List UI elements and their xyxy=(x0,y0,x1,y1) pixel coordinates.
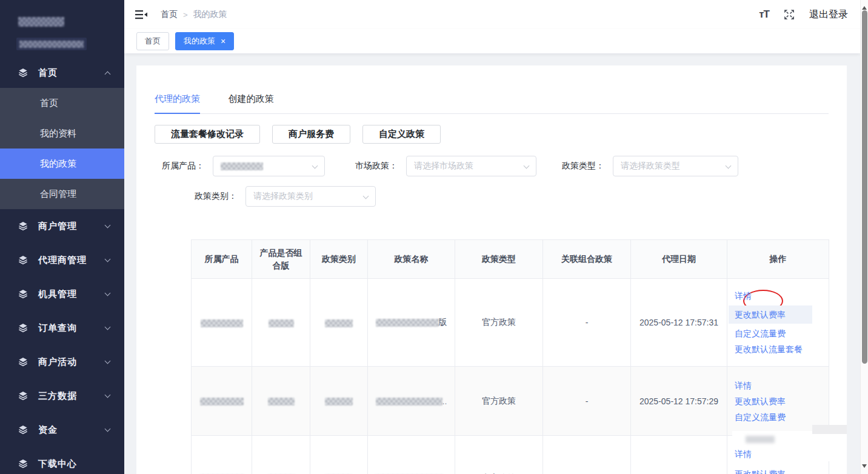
menu-fold-icon[interactable] xyxy=(135,10,147,19)
page-tab-label: 首页 xyxy=(145,36,161,47)
chevron-up-icon xyxy=(105,71,111,77)
sidebar-item-funds[interactable]: 资金 xyxy=(0,413,124,447)
redacted-value xyxy=(200,398,244,406)
scrollbar-thumb[interactable] xyxy=(862,10,867,364)
sidebar-item-home-parent[interactable]: 首页 xyxy=(0,58,124,88)
sidebar-item-contract-mgmt[interactable]: 合同管理 xyxy=(0,179,124,209)
change-default-rate-link[interactable]: 更改默认费率 xyxy=(735,395,786,407)
sidebar: 首页 首页 我的资料 我的政策 合同管理 商户管理 代理商管理 xyxy=(0,0,124,474)
change-default-rate-link[interactable]: 更改默认费率 xyxy=(729,305,812,324)
type-filter-label: 政策类型： xyxy=(562,161,604,172)
sidebar-menu: 首页 首页 我的资料 我的政策 合同管理 商户管理 代理商管理 xyxy=(0,58,124,474)
sidebar-item-download-center[interactable]: 下载中心 xyxy=(0,447,124,474)
cell-agent-date: 2025-05-12 17:57:31 xyxy=(631,279,727,367)
cell-related-policy: - xyxy=(543,436,631,474)
redacted-value xyxy=(325,319,353,327)
font-size-icon[interactable]: тT xyxy=(759,8,769,21)
detail-link[interactable]: 详情 xyxy=(735,290,752,302)
col-name: 政策名称 xyxy=(368,240,455,279)
breadcrumb-current: 我的政策 xyxy=(193,9,227,20)
product-select[interactable] xyxy=(213,156,325,176)
sidebar-item-my-profile[interactable]: 我的资料 xyxy=(0,118,124,149)
custom-traffic-fee-link[interactable]: 自定义流量费 xyxy=(735,327,786,339)
breadcrumb-home[interactable]: 首页 xyxy=(161,9,178,20)
sidebar-item-third-party-data[interactable]: 三方数据 xyxy=(0,379,124,413)
redacted-value xyxy=(268,398,295,406)
policy-category-select[interactable]: 请选择政策类别 xyxy=(245,186,376,207)
custom-traffic-fee-link[interactable]: 自定义流量费 xyxy=(735,411,786,423)
layers-icon xyxy=(18,425,28,435)
layers-icon xyxy=(18,289,28,299)
col-product: 所属产品 xyxy=(192,240,252,279)
chevron-down-icon xyxy=(105,426,111,432)
close-icon[interactable]: × xyxy=(221,37,225,45)
layers-icon xyxy=(18,255,28,265)
tab-agented-policies[interactable]: 代理的政策 xyxy=(155,93,200,114)
content-card: 代理的政策 创建的政策 流量套餐修改记录 商户服务费 自定义政策 所属产品： 市… xyxy=(136,65,847,474)
chevron-down-icon xyxy=(105,324,111,330)
page-tab-label: 我的政策 xyxy=(184,36,215,47)
redacted-value xyxy=(376,319,439,327)
layers-icon xyxy=(18,221,28,231)
policy-type-select[interactable]: 请选择政策类型 xyxy=(613,156,738,176)
col-date: 代理日期 xyxy=(631,240,727,279)
scroll-down-arrow-icon[interactable] xyxy=(862,464,867,470)
cell-related-policy: - xyxy=(543,367,631,436)
cell-combo xyxy=(252,367,310,436)
sidebar-submenu: 首页 我的资料 我的政策 合同管理 xyxy=(0,88,124,209)
page-tab-home[interactable]: 首页 xyxy=(136,32,169,50)
detail-link[interactable]: 详情 xyxy=(735,448,752,460)
sidebar-item-machine-mgmt[interactable]: 机具管理 xyxy=(0,277,124,311)
tab-created-policies[interactable]: 创建的政策 xyxy=(228,93,273,113)
redacted-smudge xyxy=(812,425,847,434)
filter-row-1: 所属产品： 市场政策： 请选择市场政策 政策类型： 请选择政策类型 xyxy=(155,156,829,176)
fullscreen-expand-icon[interactable] xyxy=(784,9,795,20)
redacted-value xyxy=(221,162,263,170)
change-default-rate-link[interactable]: 更改默认费率 xyxy=(735,468,786,474)
sidebar-item-label: 资金 xyxy=(38,424,58,436)
market-filter-label: 市场政策： xyxy=(355,161,398,172)
cell-category xyxy=(310,279,368,367)
sidebar-item-label: 三方数据 xyxy=(38,390,77,402)
cell-actions: 详情 更改默认费率 xyxy=(727,436,829,474)
top-bar: 首页 > 我的政策 тT 退出登录 xyxy=(124,0,860,29)
product-filter-label: 所属产品： xyxy=(155,161,204,172)
scroll-up-arrow-icon[interactable] xyxy=(862,4,867,10)
custom-policy-button[interactable]: 自定义政策 xyxy=(362,125,441,144)
sidebar-item-merchant-activity[interactable]: 商户活动 xyxy=(0,345,124,379)
sidebar-item-home[interactable]: 首页 xyxy=(0,88,124,118)
chevron-down-icon xyxy=(726,163,732,169)
cell-combo xyxy=(252,279,310,367)
redacted-value xyxy=(325,398,353,406)
merchant-service-fee-button[interactable]: 商户服务费 xyxy=(272,125,350,144)
chevron-down-icon xyxy=(105,256,111,262)
traffic-package-record-button[interactable]: 流量套餐修改记录 xyxy=(155,125,260,144)
change-default-traffic-package-link[interactable]: 更改默认流量套餐 xyxy=(735,343,803,355)
logo-text-redacted xyxy=(18,17,64,27)
category-filter-label: 政策类别： xyxy=(155,191,237,202)
sidebar-item-order-query[interactable]: 订单查询 xyxy=(0,311,124,345)
chevron-down-icon xyxy=(363,193,369,199)
table-row: 版 官方政策 - 2025-05-12 17:57:31 详情 更改默认费率 自… xyxy=(192,279,829,367)
cell-category xyxy=(310,367,368,436)
page-tab-my-policy[interactable]: 我的政策 × xyxy=(175,32,234,50)
detail-link[interactable]: 详情 xyxy=(735,379,752,392)
cell-name: .. xyxy=(368,436,455,474)
col-combo: 产品是否组合版 xyxy=(252,240,310,279)
cell-combo xyxy=(252,436,310,474)
sidebar-item-label: 商户活动 xyxy=(38,356,77,368)
breadcrumb: 首页 > 我的政策 xyxy=(161,9,227,20)
layers-icon xyxy=(18,323,28,333)
page-scrollbar[interactable] xyxy=(860,0,868,474)
cell-name-suffix: .. xyxy=(442,396,447,406)
logout-button[interactable]: 退出登录 xyxy=(809,8,848,21)
sidebar-item-merchant-mgmt[interactable]: 商户管理 xyxy=(0,209,124,243)
sidebar-item-agent-mgmt[interactable]: 代理商管理 xyxy=(0,243,124,277)
market-policy-select[interactable]: 请选择市场政策 xyxy=(406,156,536,176)
cell-policy-type: 官方政策 xyxy=(455,436,543,474)
cell-policy-type: 官方政策 xyxy=(455,279,543,367)
redacted-value xyxy=(376,398,442,406)
page-background: 代理的政策 创建的政策 流量套餐修改记录 商户服务费 自定义政策 所属产品： 市… xyxy=(124,53,860,474)
breadcrumb-separator: > xyxy=(183,10,188,19)
sidebar-item-my-policy[interactable]: 我的政策 xyxy=(0,149,124,179)
